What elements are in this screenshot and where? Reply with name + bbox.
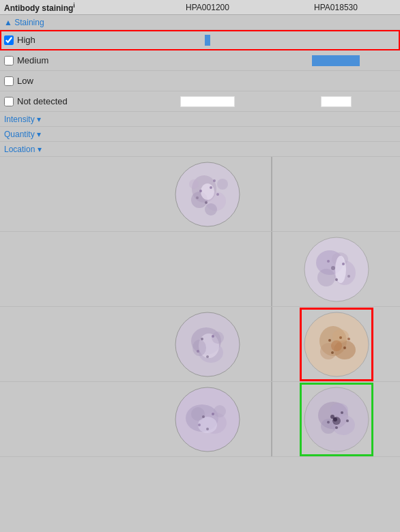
nd-col2-bar-cell [272,91,400,111]
nd-col2-bar [321,96,352,107]
location-label[interactable]: Location ▾ [0,145,143,154]
filter-label-not-detected[interactable]: Not detected [0,96,143,106]
tissue-image-1-col1[interactable] [173,160,242,228]
svg-point-69 [335,426,338,429]
svg-point-24 [335,278,338,281]
svg-point-10 [210,186,212,189]
image-row-2 [0,232,400,307]
tissue-svg-2-col2 [302,235,371,304]
high-col1-bar [205,35,210,46]
svg-point-22 [331,266,335,270]
tissue-image-4-col2[interactable] [302,385,371,454]
medium-col2-bar-cell [272,50,400,70]
tissue-svg-3-col1 [173,310,242,379]
low-col2-bar-cell [272,71,400,91]
svg-point-7 [189,179,199,189]
quantity-section[interactable]: Quantity ▾ [0,127,400,142]
high-col1-bar-cell [143,30,272,50]
tissue-svg-4-col1 [173,385,242,454]
img-label-2 [0,232,143,306]
tissue-svg-4-col2 [302,385,371,454]
label-high[interactable]: High [17,35,35,45]
intensity-section[interactable]: Intensity ▾ [0,112,400,127]
image-row-1 [0,157,400,232]
header-col1: HPA001200 [143,3,272,12]
intensity-label[interactable]: Intensity ▾ [0,115,143,124]
svg-point-45 [328,339,331,342]
svg-point-73 [333,417,337,422]
high-col1-bar-container [143,33,272,47]
medium-col2-bar [312,55,360,66]
svg-point-11 [205,201,208,204]
label-medium[interactable]: Medium [17,55,48,65]
header-left-label: Antibody staining [4,3,73,13]
filter-row-low: Low [0,71,400,91]
svg-point-59 [206,428,209,430]
header-col2: HPA018530 [272,3,400,12]
filter-row-medium: Medium [0,50,400,71]
label-not-detected[interactable]: Not detected [17,96,68,106]
location-section[interactable]: Location ▾ [0,142,400,157]
tissue-image-4-col1[interactable] [173,385,242,454]
antibody-staining-table: Antibody stainingi HPA001200 HPA018530 ▲… [0,0,400,532]
nd-col1-bar [180,96,235,107]
filter-row-high: High [0,30,400,50]
svg-point-19 [317,269,335,286]
svg-point-9 [199,190,202,192]
svg-point-44 [331,340,342,351]
svg-point-6 [217,179,228,190]
svg-point-32 [192,340,206,356]
image-row-4 [0,382,400,457]
img-col1-4[interactable] [143,382,271,456]
filter-label-high[interactable]: High [0,35,143,45]
tissue-image-3-col1[interactable] [173,310,242,379]
img-col2-4[interactable] [272,382,400,456]
checkbox-not-detected[interactable] [4,97,14,106]
svg-point-33 [212,331,224,344]
svg-point-70 [327,421,330,424]
filter-label-low[interactable]: Low [0,76,143,86]
low-col1-bar-cell [143,71,272,91]
quantity-label[interactable]: Quantity ▾ [0,130,143,139]
svg-point-36 [206,355,209,358]
image-row-3 [0,307,400,382]
svg-point-12 [216,193,219,196]
svg-point-47 [343,346,346,349]
staining-section-header[interactable]: ▲ Staining [0,15,400,30]
svg-point-25 [327,260,330,263]
svg-point-46 [339,336,342,339]
svg-point-68 [341,411,343,414]
svg-point-13 [196,196,199,199]
svg-point-57 [202,415,205,418]
header-left: Antibody stainingi [0,2,143,13]
checkbox-low[interactable] [4,76,14,86]
tissue-image-2-col2[interactable] [302,235,371,304]
img-col1-2 [143,232,271,306]
checkbox-medium[interactable] [4,56,14,65]
svg-point-49 [347,338,350,340]
table-header: Antibody stainingi HPA001200 HPA018530 [0,0,400,15]
filter-row-not-detected: Not detected [0,91,400,112]
tissue-svg-1-col1 [173,160,242,228]
staining-label[interactable]: ▲ Staining [0,18,143,27]
svg-point-34 [201,338,203,340]
tissue-image-3-col2[interactable] [302,310,371,379]
svg-point-71 [346,419,349,422]
svg-point-23 [342,263,345,265]
svg-point-35 [212,335,214,338]
label-low[interactable]: Low [17,76,33,86]
svg-point-8 [205,203,217,216]
nd-col1-bar-cell [143,91,272,111]
img-col2-3[interactable] [272,307,400,381]
medium-col1-bar-cell [143,50,272,70]
img-col1-1[interactable] [143,157,271,231]
svg-point-55 [191,407,205,421]
medium-col2-bar-container [272,54,400,68]
tissue-svg-3-col2 [302,310,371,379]
svg-point-37 [197,350,199,353]
checkbox-high[interactable] [4,35,14,45]
svg-point-60 [198,424,201,426]
filter-label-medium[interactable]: Medium [0,55,143,65]
img-col1-3[interactable] [143,307,271,381]
img-col2-2[interactable] [272,232,400,306]
